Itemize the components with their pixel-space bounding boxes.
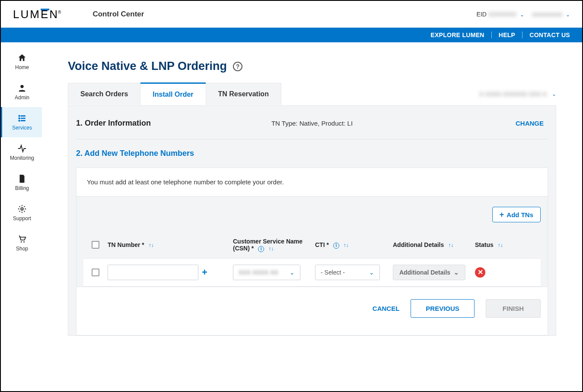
sidebar-item-services[interactable]: Services	[1, 107, 42, 137]
explore-lumen-link[interactable]: EXPLORE LUMEN	[424, 32, 491, 38]
content-panel: 1. Order Information TN Type: Native, Pr…	[68, 105, 556, 336]
logo-text-part1: LUM	[13, 8, 41, 21]
previous-button[interactable]: PREVIOUS	[411, 299, 475, 318]
col-header-tn-label: TN Number *	[108, 241, 144, 248]
logo-text-part2: N	[49, 8, 59, 21]
eid-value: XXXXXXX	[488, 11, 516, 18]
sort-icon: ↑↓	[498, 242, 503, 248]
step1-summary: TN Type: Native, Product: LI	[271, 120, 353, 127]
chevron-down-icon: ⌄	[566, 12, 570, 18]
col-header-additional[interactable]: Additional Details ↑↓	[393, 241, 475, 248]
add-tns-button[interactable]: + Add TNs	[492, 207, 541, 222]
sidebar-item-billing[interactable]: Billing	[1, 168, 42, 198]
sidebar-item-label: Admin	[15, 95, 29, 101]
tab-search-orders[interactable]: Search Orders	[68, 83, 140, 105]
header-right: EID XXXXXXX ⌄ xxxxxxxxxx ⌄	[477, 11, 570, 18]
svg-rect-4	[21, 118, 25, 119]
svg-point-9	[23, 241, 25, 243]
table-row: + XXX XXXX XX ⌄ - Select - ⌄	[83, 258, 541, 287]
csn-select[interactable]: XXX XXXX XX ⌄	[233, 265, 300, 280]
svg-point-1	[19, 115, 20, 117]
chevron-down-icon: ⌄	[520, 12, 524, 18]
help-link[interactable]: HELP	[492, 32, 523, 38]
cti-select-value: - Select -	[321, 269, 345, 276]
svg-point-7	[21, 208, 23, 210]
select-all-checkbox[interactable]	[92, 241, 99, 249]
user-dropdown[interactable]: xxxxxxxxxx ⌄	[532, 11, 570, 18]
sidebar-item-label: Billing	[15, 185, 29, 191]
additional-details-label: Additional Details	[399, 269, 450, 276]
tab-tn-reservation[interactable]: TN Reservation	[206, 83, 281, 105]
cti-select[interactable]: - Select - ⌄	[315, 265, 380, 280]
info-icon[interactable]: i	[258, 246, 264, 252]
logo-registered: ®	[58, 10, 62, 15]
svg-point-8	[21, 241, 22, 243]
step1-title: 1. Order Information	[76, 119, 151, 128]
chevron-down-icon: ⌄	[369, 269, 374, 276]
sidebar-item-home[interactable]: Home	[1, 47, 42, 77]
add-tns-label: Add TNs	[507, 211, 533, 218]
row-checkbox[interactable]	[92, 269, 99, 276]
tn-number-input[interactable]	[108, 265, 198, 280]
eid-dropdown[interactable]: EID XXXXXXX ⌄	[477, 11, 525, 18]
home-icon	[17, 53, 27, 63]
plus-icon: +	[500, 211, 504, 218]
sidebar-item-monitoring[interactable]: Monitoring	[1, 137, 42, 168]
user-value: xxxxxxxxxx	[532, 11, 562, 18]
col-header-cti[interactable]: CTI * i ↑↓	[315, 241, 393, 249]
telephone-numbers-box: You must add at least one telephone numb…	[76, 168, 548, 335]
sidebar-item-label: Services	[12, 125, 32, 131]
step2-title: 2. Add New Telephone Numbers	[68, 149, 556, 168]
sidebar-item-label: Monitoring	[10, 155, 34, 161]
page-title: Voice Native & LNP Ordering	[68, 60, 227, 73]
contact-us-link[interactable]: CONTACT US	[522, 32, 570, 38]
additional-details-button[interactable]: Additional Details ⌄	[393, 265, 465, 280]
sidebar-item-label: Home	[15, 64, 29, 70]
sidebar: Home Admin Services Monitoring Billing S…	[1, 42, 42, 391]
finish-button: FINISH	[486, 299, 541, 318]
logo-e-accent: E	[41, 8, 49, 21]
sort-icon: ↑↓	[268, 246, 274, 252]
invoice-icon	[17, 174, 27, 183]
user-icon	[17, 83, 27, 93]
sort-icon: ↑↓	[448, 242, 453, 248]
logo: LUMEN®	[13, 8, 62, 21]
col-header-tn[interactable]: TN Number * ↑↓	[108, 241, 233, 248]
tabs-row: Search Orders Install Order TN Reservati…	[68, 82, 556, 105]
sidebar-item-admin[interactable]: Admin	[1, 77, 42, 107]
control-center-label: Control Center	[92, 10, 144, 19]
col-header-status[interactable]: Status ↑↓	[475, 241, 518, 248]
activity-icon	[17, 144, 27, 153]
actions-row: CANCEL PREVIOUS FINISH	[76, 287, 548, 335]
cart-icon	[17, 234, 27, 244]
svg-point-3	[19, 117, 20, 119]
col-header-cti-label: CTI *	[315, 241, 329, 248]
svg-point-5	[19, 120, 20, 122]
sidebar-item-label: Shop	[16, 246, 28, 252]
col-header-additional-label: Additional Details	[393, 241, 444, 248]
status-error-icon: ✕	[475, 267, 485, 278]
csn-select-value: XXX XXXX XX	[239, 269, 278, 276]
sidebar-item-label: Support	[13, 215, 31, 221]
step1-row: 1. Order Information TN Type: Native, Pr…	[68, 119, 556, 139]
add-tn-plus-button[interactable]: +	[202, 267, 207, 278]
cancel-button[interactable]: CANCEL	[373, 305, 400, 312]
change-button[interactable]: CHANGE	[516, 120, 544, 127]
gear-icon	[17, 204, 27, 214]
svg-rect-2	[21, 116, 25, 117]
info-icon[interactable]: i	[333, 243, 339, 249]
chevron-down-icon: ⌄	[454, 269, 459, 276]
col-header-csn[interactable]: Customer Service Name (CSN) * i ↑↓	[233, 238, 315, 252]
sidebar-item-shop[interactable]: Shop	[1, 228, 42, 258]
help-icon[interactable]: ?	[233, 62, 242, 71]
col-header-csn-label: Customer Service Name (CSN) *	[233, 238, 303, 252]
tab-install-order[interactable]: Install Order	[140, 82, 205, 105]
main-content: Voice Native & LNP Ordering ? Search Ord…	[42, 42, 582, 391]
svg-rect-6	[21, 120, 25, 121]
divider	[76, 139, 548, 139]
location-dropdown[interactable]: X XXXX XXXXXX XXX X ⌄	[479, 91, 556, 98]
top-header: LUMEN® Control Center EID XXXXXXX ⌄ xxxx…	[1, 1, 582, 28]
col-header-status-label: Status	[475, 241, 494, 248]
sidebar-item-support[interactable]: Support	[1, 198, 42, 228]
info-message: You must add at least one telephone numb…	[76, 168, 548, 196]
